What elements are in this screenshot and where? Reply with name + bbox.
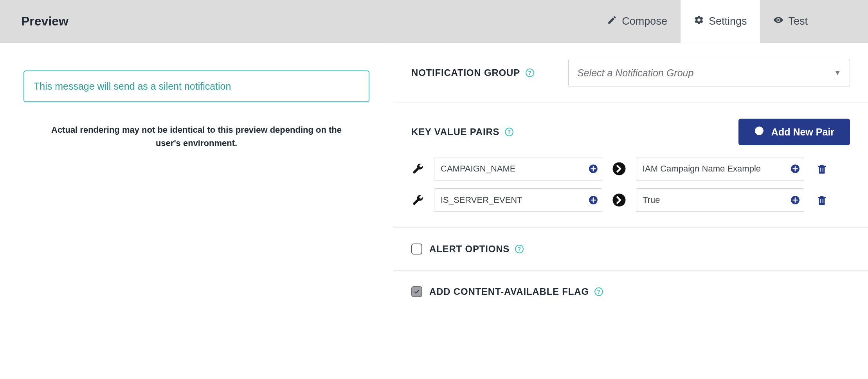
topbar: Preview Compose Settings Test bbox=[0, 0, 868, 43]
key-value-pair-row bbox=[411, 188, 850, 212]
help-icon[interactable]: ? bbox=[505, 128, 513, 136]
notification-group-section: NOTIFICATION GROUP ? Select a Notificati… bbox=[393, 43, 868, 103]
settings-pane: NOTIFICATION GROUP ? Select a Notificati… bbox=[393, 43, 868, 379]
key-value-pairs-section: KEY VALUE PAIRS ? Add New Pair bbox=[393, 103, 868, 228]
kvp-value-input[interactable] bbox=[636, 188, 804, 212]
tab-label: Settings bbox=[709, 15, 747, 27]
silent-notification-notice: This message will send as a silent notif… bbox=[23, 70, 369, 102]
arrow-right-icon bbox=[612, 193, 627, 208]
tab-label: Test bbox=[788, 15, 808, 27]
content-available-checkbox[interactable] bbox=[411, 286, 422, 297]
help-icon[interactable]: ? bbox=[594, 287, 603, 296]
pencil-icon bbox=[607, 15, 617, 28]
tab-settings[interactable]: Settings bbox=[681, 0, 760, 43]
button-label: Add New Pair bbox=[771, 126, 834, 138]
wrench-icon bbox=[411, 194, 425, 206]
caret-down-icon: ▼ bbox=[834, 69, 841, 77]
add-new-pair-button[interactable]: Add New Pair bbox=[738, 119, 850, 145]
plus-circle-icon[interactable] bbox=[588, 164, 598, 174]
tab-test[interactable]: Test bbox=[760, 0, 821, 43]
notification-group-label: NOTIFICATION GROUP ? bbox=[411, 67, 534, 78]
wrench-icon bbox=[411, 163, 425, 175]
plus-circle-icon[interactable] bbox=[588, 195, 598, 205]
plus-circle-icon bbox=[754, 126, 764, 138]
help-icon[interactable]: ? bbox=[515, 245, 524, 253]
alert-options-label: ALERT OPTIONS ? bbox=[429, 244, 524, 254]
select-placeholder: Select a Notification Group bbox=[577, 67, 693, 79]
key-value-pair-list bbox=[411, 157, 850, 212]
delete-pair-button[interactable] bbox=[816, 193, 828, 207]
content-available-label: ADD CONTENT-AVAILABLE FLAG ? bbox=[429, 286, 603, 297]
tabs: Compose Settings Test bbox=[594, 0, 868, 43]
help-icon[interactable]: ? bbox=[526, 69, 534, 77]
kvp-key-input[interactable] bbox=[434, 188, 602, 212]
page-title: Preview bbox=[0, 0, 594, 43]
tab-label: Compose bbox=[622, 15, 667, 27]
content-available-section: ADD CONTENT-AVAILABLE FLAG ? bbox=[393, 271, 868, 313]
plus-circle-icon[interactable] bbox=[790, 164, 800, 174]
kvp-key-input[interactable] bbox=[434, 157, 602, 180]
delete-pair-button[interactable] bbox=[816, 162, 828, 175]
tab-compose[interactable]: Compose bbox=[594, 0, 681, 43]
preview-pane: This message will send as a silent notif… bbox=[0, 43, 393, 379]
preview-disclaimer: Actual rendering may not be identical to… bbox=[23, 123, 369, 150]
notification-group-select[interactable]: Select a Notification Group ▼ bbox=[568, 59, 850, 87]
kvp-value-input[interactable] bbox=[636, 157, 804, 180]
arrow-right-icon bbox=[612, 161, 627, 176]
key-value-pair-row bbox=[411, 157, 850, 180]
gear-icon bbox=[694, 15, 704, 28]
plus-circle-icon[interactable] bbox=[790, 195, 800, 205]
alert-options-section: ALERT OPTIONS ? bbox=[393, 228, 868, 271]
eye-icon bbox=[773, 15, 783, 28]
key-value-pairs-label: KEY VALUE PAIRS ? bbox=[411, 126, 513, 137]
alert-options-checkbox[interactable] bbox=[411, 244, 422, 254]
